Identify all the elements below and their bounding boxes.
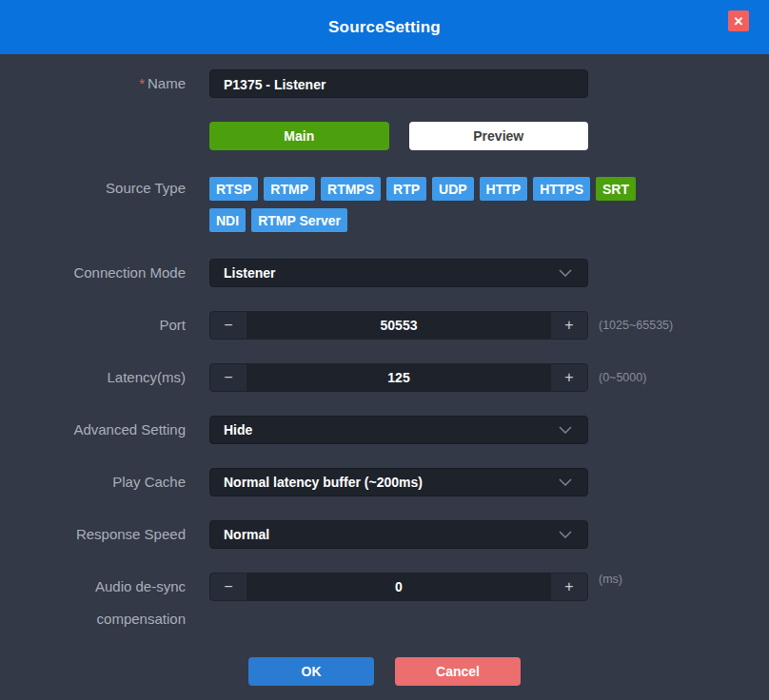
source-type-row: Source Type RTSP RTMP RTMPS RTP UDP HTTP… bbox=[0, 174, 769, 232]
source-type-tag-ndi[interactable]: NDI bbox=[209, 208, 246, 232]
source-type-tag-rtsp[interactable]: RTSP bbox=[209, 177, 258, 201]
latency-increment-button[interactable]: + bbox=[551, 364, 587, 391]
name-row: *Name P1375 - Listener bbox=[0, 69, 769, 98]
advanced-setting-value: Hide bbox=[224, 422, 252, 438]
name-input[interactable]: P1375 - Listener bbox=[209, 69, 588, 98]
required-asterisk: * bbox=[139, 75, 145, 91]
play-cache-row: Play Cache Normal latency buffer (~200ms… bbox=[0, 468, 769, 496]
source-type-tag-rtmp[interactable]: RTMP bbox=[264, 177, 315, 201]
port-value[interactable]: 50553 bbox=[246, 312, 551, 339]
preview-button[interactable]: Preview bbox=[409, 122, 589, 150]
response-speed-label: Response Speed bbox=[0, 520, 186, 549]
source-type-tag-https[interactable]: HTTPS bbox=[533, 177, 590, 201]
audio-desync-row: Audio de-sync compensation − 0 + (ms) bbox=[0, 573, 769, 633]
connection-mode-row: Connection Mode Listener bbox=[0, 259, 769, 287]
play-cache-label: Play Cache bbox=[0, 468, 186, 496]
chevron-down-icon bbox=[559, 269, 572, 277]
source-type-tags: RTSP RTMP RTMPS RTP UDP HTTP HTTPS SRT N… bbox=[209, 177, 649, 232]
channel-row: Main Preview bbox=[0, 122, 769, 150]
ok-button[interactable]: OK bbox=[248, 657, 374, 686]
connection-mode-label: Connection Mode bbox=[0, 259, 186, 287]
response-speed-select[interactable]: Normal bbox=[209, 520, 588, 549]
name-label: *Name bbox=[0, 69, 186, 98]
source-setting-dialog: SourceSetting ✕ *Name P1375 - Listener M… bbox=[0, 0, 769, 700]
latency-row: Latency(ms) − 125 + (0~5000) bbox=[0, 363, 769, 392]
dialog-header: SourceSetting ✕ bbox=[0, 0, 769, 54]
port-label: Port bbox=[0, 311, 186, 340]
audio-desync-label: Audio de-sync compensation bbox=[0, 573, 186, 633]
port-range-hint: (1025~65535) bbox=[599, 319, 673, 332]
channel-button-group: Main Preview bbox=[209, 122, 588, 150]
latency-value[interactable]: 125 bbox=[246, 364, 551, 391]
response-speed-value: Normal bbox=[224, 527, 269, 542]
response-speed-row: Response Speed Normal bbox=[0, 520, 769, 549]
audio-desync-label-line2: compensation bbox=[0, 605, 186, 633]
latency-label: Latency(ms) bbox=[0, 363, 186, 392]
source-type-tag-rtp[interactable]: RTP bbox=[386, 177, 426, 201]
dialog-footer: OK Cancel bbox=[0, 657, 769, 686]
latency-stepper: − 125 + bbox=[209, 363, 588, 392]
source-type-tag-rtmps[interactable]: RTMPS bbox=[321, 177, 381, 201]
audio-desync-increment-button[interactable]: + bbox=[551, 574, 587, 600]
chevron-down-icon bbox=[559, 426, 572, 434]
port-row: Port − 50553 + (1025~65535) bbox=[0, 311, 769, 340]
advanced-setting-select[interactable]: Hide bbox=[209, 416, 588, 444]
connection-mode-value: Listener bbox=[224, 265, 275, 281]
port-decrement-button[interactable]: − bbox=[210, 312, 246, 339]
port-stepper: − 50553 + bbox=[209, 311, 588, 340]
audio-desync-decrement-button[interactable]: − bbox=[210, 574, 246, 600]
advanced-setting-row: Advanced Setting Hide bbox=[0, 416, 769, 444]
main-button[interactable]: Main bbox=[209, 122, 389, 150]
chevron-down-icon bbox=[559, 478, 572, 486]
advanced-setting-label: Advanced Setting bbox=[0, 416, 186, 444]
connection-mode-select[interactable]: Listener bbox=[209, 259, 588, 287]
audio-desync-stepper: − 0 + bbox=[209, 573, 588, 601]
port-increment-button[interactable]: + bbox=[551, 312, 587, 339]
audio-desync-label-line1: Audio de-sync bbox=[95, 578, 186, 594]
audio-desync-value[interactable]: 0 bbox=[246, 574, 551, 600]
close-button[interactable]: ✕ bbox=[728, 10, 749, 31]
audio-desync-unit-hint: (ms) bbox=[599, 573, 622, 586]
source-type-tag-udp[interactable]: UDP bbox=[432, 177, 474, 201]
latency-decrement-button[interactable]: − bbox=[210, 364, 246, 391]
cancel-button[interactable]: Cancel bbox=[395, 657, 521, 686]
name-label-text: Name bbox=[148, 75, 186, 91]
source-type-tag-http[interactable]: HTTP bbox=[480, 177, 528, 201]
chevron-down-icon bbox=[559, 531, 572, 538]
dialog-title: SourceSetting bbox=[328, 18, 441, 37]
source-type-tag-rtmp-server[interactable]: RTMP Server bbox=[251, 208, 347, 232]
play-cache-select[interactable]: Normal latency buffer (~200ms) bbox=[209, 468, 588, 496]
close-icon: ✕ bbox=[734, 15, 744, 28]
play-cache-value: Normal latency buffer (~200ms) bbox=[224, 475, 423, 490]
source-type-label: Source Type bbox=[0, 174, 186, 203]
source-type-tag-srt[interactable]: SRT bbox=[596, 177, 636, 201]
latency-range-hint: (0~5000) bbox=[599, 371, 646, 384]
dialog-body: *Name P1375 - Listener Main Preview Sour… bbox=[0, 54, 769, 686]
